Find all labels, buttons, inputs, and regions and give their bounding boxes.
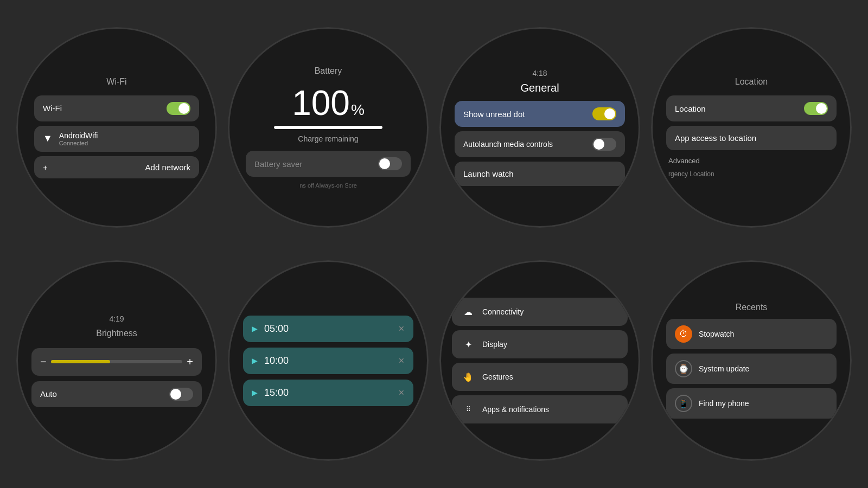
add-network-icon: + bbox=[43, 163, 48, 172]
watch-settings-menu: ☁ Connectivity ✦ Display 🤚 Gestures ⠿ Ap… bbox=[439, 260, 640, 461]
battery-title: Battery bbox=[315, 66, 342, 76]
battery-saver-toggle-knob bbox=[379, 158, 390, 169]
timer-close-2[interactable]: ✕ bbox=[398, 356, 405, 365]
battery-percent: 100 bbox=[292, 86, 350, 120]
timer-time-1: 05:00 bbox=[264, 323, 289, 335]
stopwatch-icon: ⏱ bbox=[675, 325, 692, 343]
wifi-network-name: AndroidWifi bbox=[59, 131, 98, 140]
battery-saver-toggle[interactable] bbox=[378, 157, 402, 170]
brightness-title: Brightness bbox=[31, 329, 202, 338]
system-update-icon: ⌚ bbox=[675, 360, 692, 377]
brightness-increase-button[interactable]: + bbox=[187, 356, 193, 368]
system-update-label: System update bbox=[699, 364, 749, 373]
brightness-slider-fill bbox=[51, 360, 110, 363]
show-unread-row[interactable]: Show unread dot bbox=[455, 101, 625, 127]
location-screen: Location Location App access to location… bbox=[653, 66, 850, 189]
recents-title: Recents bbox=[666, 303, 837, 312]
launch-watch-label: Launch watch bbox=[463, 169, 514, 178]
timer-item-1[interactable]: ▶ 05:00 ✕ bbox=[243, 316, 413, 342]
wifi-toggle-row[interactable]: Wi-Fi bbox=[34, 95, 199, 121]
location-title: Location bbox=[666, 77, 837, 87]
auto-brightness-toggle-knob bbox=[170, 389, 181, 400]
brightness-slider-row: − + bbox=[31, 348, 202, 376]
watch-wifi: Wi-Fi Wi-Fi ▼ AndroidWifi Connected + bbox=[16, 27, 217, 228]
wifi-network-info: AndroidWifi Connected bbox=[59, 131, 98, 146]
timer-time-2: 10:00 bbox=[264, 355, 289, 367]
timer-item-2[interactable]: ▶ 10:00 ✕ bbox=[243, 348, 413, 374]
connectivity-label: Connectivity bbox=[482, 307, 524, 316]
location-toggle[interactable] bbox=[804, 102, 828, 115]
timer-play-icon-2: ▶ bbox=[252, 356, 258, 365]
battery-charge-label: Charge remaining bbox=[298, 134, 358, 143]
brightness-screen: 4:19 Brightness − + Auto bbox=[18, 304, 215, 418]
show-unread-label: Show unread dot bbox=[463, 110, 525, 119]
brightness-decrease-button[interactable]: − bbox=[40, 356, 47, 368]
wifi-network-status: Connected bbox=[59, 140, 98, 146]
settings-gestures[interactable]: 🤚 Gestures bbox=[452, 363, 628, 391]
display-icon: ✦ bbox=[461, 337, 476, 352]
launch-watch-row[interactable]: Launch watch bbox=[455, 162, 625, 186]
settings-connectivity[interactable]: ☁ Connectivity bbox=[452, 298, 628, 326]
battery-aos-note: ns off Always-on Scre bbox=[299, 182, 357, 189]
settings-display[interactable]: ✦ Display bbox=[452, 330, 628, 358]
recent-find-phone[interactable]: 📱 Find my phone bbox=[666, 388, 837, 419]
wifi-title: Wi-Fi bbox=[34, 77, 199, 87]
settings-apps[interactable]: ⠿ Apps & notifications bbox=[452, 395, 628, 423]
advanced-label: Advanced bbox=[666, 155, 837, 165]
general-title: General bbox=[455, 82, 625, 94]
general-screen: 4:18 General Show unread dot Autolaunch … bbox=[441, 61, 639, 194]
connectivity-icon: ☁ bbox=[461, 304, 476, 319]
autolaunch-label: Autolaunch media controls bbox=[463, 139, 587, 149]
recent-stopwatch[interactable]: ⏱ Stopwatch bbox=[666, 319, 837, 349]
find-phone-label: Find my phone bbox=[699, 399, 749, 408]
location-label: Location bbox=[675, 104, 706, 113]
recents-screen: Recents ⏱ Stopwatch ⌚ System update 📱 Fi… bbox=[653, 294, 850, 427]
brightness-time: 4:19 bbox=[31, 314, 202, 323]
app-access-label: App access to location bbox=[675, 133, 756, 143]
wifi-label: Wi-Fi bbox=[43, 104, 62, 113]
battery-saver-row[interactable]: Battery saver bbox=[246, 151, 411, 177]
timer-item-3[interactable]: ▶ 15:00 ✕ bbox=[243, 380, 413, 406]
timer-screen: ▶ 05:00 ✕ ▶ 10:00 ✕ ▶ 15:00 ✕ bbox=[229, 307, 427, 414]
timer-close-1[interactable]: ✕ bbox=[398, 324, 405, 333]
watch-general: 4:18 General Show unread dot Autolaunch … bbox=[439, 27, 640, 228]
location-toggle-row[interactable]: Location bbox=[666, 95, 837, 121]
recent-system-update[interactable]: ⌚ System update bbox=[666, 354, 837, 384]
general-time: 4:18 bbox=[455, 69, 625, 78]
wifi-screen: Wi-Fi Wi-Fi ▼ AndroidWifi Connected + bbox=[18, 66, 215, 189]
timer-play-icon-1: ▶ bbox=[252, 324, 258, 333]
brightness-slider-track[interactable] bbox=[51, 360, 183, 363]
show-unread-toggle[interactable] bbox=[592, 107, 616, 120]
autolaunch-toggle[interactable] bbox=[592, 138, 616, 151]
gestures-icon: 🤚 bbox=[461, 369, 476, 384]
wifi-add-network[interactable]: + Add network bbox=[34, 156, 199, 178]
battery-percent-symbol: % bbox=[351, 101, 365, 119]
timer-close-3[interactable]: ✕ bbox=[398, 388, 405, 397]
wifi-toggle[interactable] bbox=[167, 102, 190, 115]
emergency-label: rgency Location bbox=[666, 169, 837, 178]
settings-menu-screen: ☁ Connectivity ✦ Display 🤚 Gestures ⠿ Ap… bbox=[441, 290, 639, 432]
watch-brightness: 4:19 Brightness − + Auto bbox=[16, 260, 217, 461]
auto-brightness-toggle[interactable] bbox=[169, 388, 193, 401]
auto-brightness-label: Auto bbox=[40, 389, 57, 399]
watch-battery: Battery 100 % Charge remaining Battery s… bbox=[228, 27, 429, 228]
watch-recents: Recents ⏱ Stopwatch ⌚ System update 📱 Fi… bbox=[651, 260, 852, 461]
autolaunch-toggle-knob bbox=[593, 139, 604, 150]
battery-screen: Battery 100 % Charge remaining Battery s… bbox=[229, 55, 427, 200]
battery-bar-fill bbox=[274, 126, 382, 129]
location-toggle-knob bbox=[816, 103, 827, 114]
apps-icon: ⠿ bbox=[461, 402, 476, 417]
wifi-network-row[interactable]: ▼ AndroidWifi Connected bbox=[34, 126, 199, 152]
watch-grid: Wi-Fi Wi-Fi ▼ AndroidWifi Connected + bbox=[3, 3, 865, 485]
find-phone-icon: 📱 bbox=[675, 395, 692, 412]
battery-saver-label: Battery saver bbox=[254, 159, 302, 169]
add-network-label: Add network bbox=[145, 163, 190, 172]
show-unread-toggle-knob bbox=[604, 108, 615, 119]
auto-brightness-row[interactable]: Auto bbox=[31, 381, 202, 407]
watch-timers: ▶ 05:00 ✕ ▶ 10:00 ✕ ▶ 15:00 ✕ bbox=[228, 260, 429, 461]
watch-location: Location Location App access to location… bbox=[651, 27, 852, 228]
autolaunch-row[interactable]: Autolaunch media controls bbox=[455, 131, 625, 157]
display-label: Display bbox=[482, 340, 507, 349]
app-access-row[interactable]: App access to location bbox=[666, 126, 837, 150]
timer-time-3: 15:00 bbox=[264, 387, 289, 399]
